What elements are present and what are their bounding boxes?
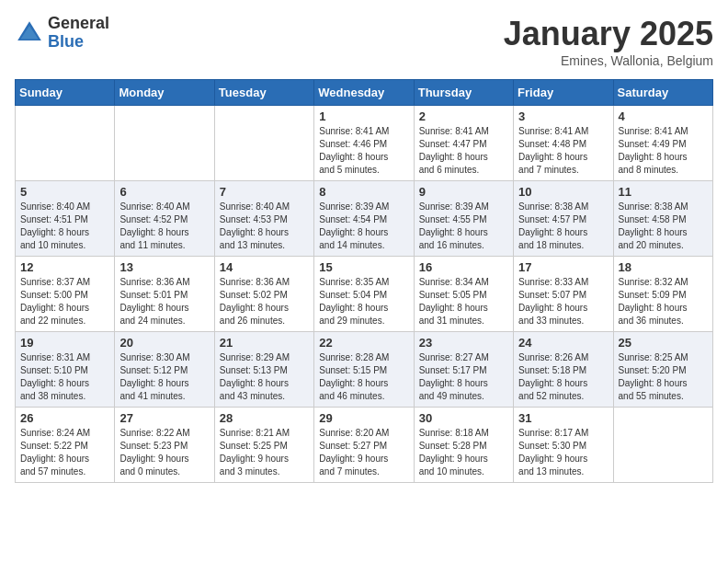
calendar-cell: 1Sunrise: 8:41 AM Sunset: 4:46 PM Daylig…: [314, 106, 414, 181]
day-number: 14: [220, 260, 309, 274]
day-number: 26: [20, 411, 109, 425]
calendar-cell: 13Sunrise: 8:36 AM Sunset: 5:01 PM Dayli…: [115, 257, 214, 332]
day-info: Sunrise: 8:30 AM Sunset: 5:12 PM Dayligh…: [119, 351, 209, 403]
day-info: Sunrise: 8:29 AM Sunset: 5:13 PM Dayligh…: [220, 351, 309, 403]
calendar-cell: [16, 106, 115, 181]
day-info: Sunrise: 8:28 AM Sunset: 5:15 PM Dayligh…: [319, 351, 408, 403]
calendar-cell: 12Sunrise: 8:37 AM Sunset: 5:00 PM Dayli…: [16, 257, 115, 332]
weekday-header-monday: Monday: [115, 80, 214, 106]
day-number: 16: [419, 260, 508, 274]
weekday-header-thursday: Thursday: [414, 80, 513, 106]
logo: General Blue: [15, 15, 109, 52]
calendar-cell: 16Sunrise: 8:34 AM Sunset: 5:05 PM Dayli…: [414, 257, 513, 332]
calendar-cell: [613, 408, 712, 483]
calendar-table: SundayMondayTuesdayWednesdayThursdayFrid…: [15, 79, 713, 483]
day-info: Sunrise: 8:18 AM Sunset: 5:28 PM Dayligh…: [419, 427, 508, 478]
day-info: Sunrise: 8:40 AM Sunset: 4:51 PM Dayligh…: [20, 201, 109, 252]
day-info: Sunrise: 8:32 AM Sunset: 5:09 PM Dayligh…: [619, 276, 708, 327]
calendar-cell: 23Sunrise: 8:27 AM Sunset: 5:17 PM Dayli…: [414, 332, 513, 408]
page-header: General Blue January 2025 Emines, Wallon…: [15, 15, 713, 68]
calendar-cell: 29Sunrise: 8:20 AM Sunset: 5:27 PM Dayli…: [314, 408, 414, 483]
day-info: Sunrise: 8:31 AM Sunset: 5:10 PM Dayligh…: [20, 351, 109, 403]
day-number: 25: [619, 336, 708, 350]
day-info: Sunrise: 8:26 AM Sunset: 5:18 PM Dayligh…: [518, 351, 608, 403]
day-info: Sunrise: 8:40 AM Sunset: 4:53 PM Dayligh…: [220, 201, 309, 252]
day-number: 8: [319, 185, 408, 199]
calendar-cell: 3Sunrise: 8:41 AM Sunset: 4:48 PM Daylig…: [514, 106, 613, 181]
day-number: 3: [518, 109, 608, 123]
calendar-cell: 26Sunrise: 8:24 AM Sunset: 5:22 PM Dayli…: [16, 408, 115, 483]
day-number: 9: [419, 185, 508, 199]
day-number: 2: [419, 109, 508, 123]
day-info: Sunrise: 8:41 AM Sunset: 4:46 PM Dayligh…: [319, 125, 408, 177]
day-number: 4: [619, 109, 708, 123]
calendar-week-row: 19Sunrise: 8:31 AM Sunset: 5:10 PM Dayli…: [16, 332, 713, 408]
day-info: Sunrise: 8:25 AM Sunset: 5:20 PM Dayligh…: [619, 351, 708, 403]
day-info: Sunrise: 8:24 AM Sunset: 5:22 PM Dayligh…: [20, 427, 109, 478]
day-number: 17: [518, 260, 608, 274]
logo-blue: Blue: [48, 32, 84, 51]
calendar-cell: 20Sunrise: 8:30 AM Sunset: 5:12 PM Dayli…: [115, 332, 214, 408]
weekday-header-friday: Friday: [514, 80, 613, 106]
day-info: Sunrise: 8:33 AM Sunset: 5:07 PM Dayligh…: [518, 276, 608, 327]
day-number: 23: [419, 336, 508, 350]
day-info: Sunrise: 8:22 AM Sunset: 5:23 PM Dayligh…: [119, 427, 209, 478]
calendar-cell: 17Sunrise: 8:33 AM Sunset: 5:07 PM Dayli…: [514, 257, 613, 332]
day-info: Sunrise: 8:39 AM Sunset: 4:54 PM Dayligh…: [319, 201, 408, 252]
day-info: Sunrise: 8:41 AM Sunset: 4:49 PM Dayligh…: [619, 125, 708, 177]
day-number: 31: [518, 411, 608, 425]
calendar-cell: 2Sunrise: 8:41 AM Sunset: 4:47 PM Daylig…: [414, 106, 513, 181]
day-info: Sunrise: 8:36 AM Sunset: 5:02 PM Dayligh…: [220, 276, 309, 327]
weekday-header-wednesday: Wednesday: [314, 80, 414, 106]
calendar-cell: 25Sunrise: 8:25 AM Sunset: 5:20 PM Dayli…: [613, 332, 712, 408]
day-number: 1: [319, 109, 408, 123]
day-info: Sunrise: 8:41 AM Sunset: 4:47 PM Dayligh…: [419, 125, 508, 177]
weekday-header-row: SundayMondayTuesdayWednesdayThursdayFrid…: [16, 80, 713, 106]
day-number: 10: [518, 185, 608, 199]
day-number: 20: [119, 336, 209, 350]
day-info: Sunrise: 8:21 AM Sunset: 5:25 PM Dayligh…: [220, 427, 309, 478]
day-number: 18: [619, 260, 708, 274]
day-number: 27: [119, 411, 209, 425]
calendar-cell: 22Sunrise: 8:28 AM Sunset: 5:15 PM Dayli…: [314, 332, 414, 408]
day-number: 7: [220, 185, 309, 199]
weekday-header-sunday: Sunday: [16, 80, 115, 106]
calendar-cell: [115, 106, 214, 181]
day-number: 12: [20, 260, 109, 274]
calendar-cell: 15Sunrise: 8:35 AM Sunset: 5:04 PM Dayli…: [314, 257, 414, 332]
day-info: Sunrise: 8:20 AM Sunset: 5:27 PM Dayligh…: [319, 427, 408, 478]
calendar-title: January 2025: [504, 15, 713, 53]
calendar-cell: 14Sunrise: 8:36 AM Sunset: 5:02 PM Dayli…: [214, 257, 313, 332]
calendar-cell: 4Sunrise: 8:41 AM Sunset: 4:49 PM Daylig…: [613, 106, 712, 181]
day-info: Sunrise: 8:36 AM Sunset: 5:01 PM Dayligh…: [119, 276, 209, 327]
day-number: 22: [319, 336, 408, 350]
title-block: January 2025 Emines, Wallonia, Belgium: [504, 15, 713, 68]
day-number: 21: [220, 336, 309, 350]
day-info: Sunrise: 8:37 AM Sunset: 5:00 PM Dayligh…: [20, 276, 109, 327]
calendar-cell: [214, 106, 313, 181]
logo-general: General: [48, 14, 109, 32]
calendar-week-row: 5Sunrise: 8:40 AM Sunset: 4:51 PM Daylig…: [16, 181, 713, 257]
calendar-cell: 19Sunrise: 8:31 AM Sunset: 5:10 PM Dayli…: [16, 332, 115, 408]
calendar-cell: 10Sunrise: 8:38 AM Sunset: 4:57 PM Dayli…: [514, 181, 613, 257]
calendar-cell: 28Sunrise: 8:21 AM Sunset: 5:25 PM Dayli…: [214, 408, 313, 483]
calendar-cell: 24Sunrise: 8:26 AM Sunset: 5:18 PM Dayli…: [514, 332, 613, 408]
day-info: Sunrise: 8:34 AM Sunset: 5:05 PM Dayligh…: [419, 276, 508, 327]
day-number: 5: [20, 185, 109, 199]
day-number: 15: [319, 260, 408, 274]
calendar-cell: 30Sunrise: 8:18 AM Sunset: 5:28 PM Dayli…: [414, 408, 513, 483]
calendar-cell: 8Sunrise: 8:39 AM Sunset: 4:54 PM Daylig…: [314, 181, 414, 257]
day-info: Sunrise: 8:17 AM Sunset: 5:30 PM Dayligh…: [518, 427, 608, 478]
logo-icon: [15, 18, 44, 48]
day-number: 13: [119, 260, 209, 274]
day-info: Sunrise: 8:38 AM Sunset: 4:58 PM Dayligh…: [619, 201, 708, 252]
calendar-cell: 18Sunrise: 8:32 AM Sunset: 5:09 PM Dayli…: [613, 257, 712, 332]
day-info: Sunrise: 8:41 AM Sunset: 4:48 PM Dayligh…: [518, 125, 608, 177]
day-number: 6: [119, 185, 209, 199]
day-number: 30: [419, 411, 508, 425]
calendar-cell: 27Sunrise: 8:22 AM Sunset: 5:23 PM Dayli…: [115, 408, 214, 483]
day-number: 11: [619, 185, 708, 199]
weekday-header-saturday: Saturday: [613, 80, 712, 106]
calendar-cell: 5Sunrise: 8:40 AM Sunset: 4:51 PM Daylig…: [16, 181, 115, 257]
day-info: Sunrise: 8:39 AM Sunset: 4:55 PM Dayligh…: [419, 201, 508, 252]
